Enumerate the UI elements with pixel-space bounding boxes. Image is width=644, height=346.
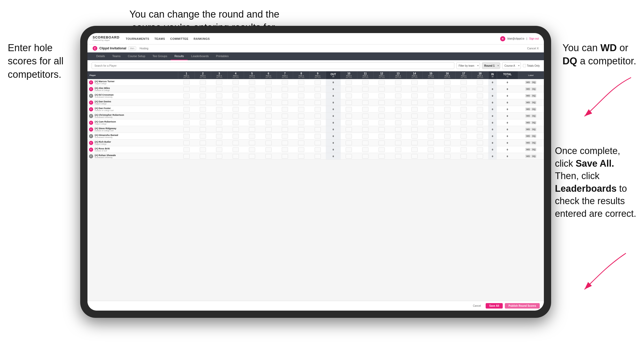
score-input-7[interactable] (282, 127, 288, 132)
score-input-9[interactable] (315, 80, 321, 85)
score-cell-14[interactable] (406, 119, 423, 126)
score-input-17[interactable] (461, 154, 467, 159)
score-input-11[interactable] (362, 134, 368, 139)
score-cell-11[interactable] (357, 79, 373, 86)
nav-rankings[interactable]: RANKINGS (194, 37, 210, 40)
score-input-5[interactable] (249, 120, 255, 125)
score-input-15[interactable] (428, 114, 434, 118)
score-input-17[interactable] (461, 100, 467, 105)
score-cell-11[interactable] (357, 113, 373, 119)
score-input-16[interactable] (444, 134, 450, 139)
score-cell-4[interactable] (227, 119, 244, 126)
score-cell-15[interactable] (423, 79, 439, 86)
wd-button[interactable]: WD (525, 107, 531, 111)
score-input-7[interactable] (282, 120, 288, 125)
score-cell-8[interactable] (293, 133, 309, 140)
score-input-6[interactable] (265, 127, 272, 132)
score-cell-14[interactable] (406, 99, 423, 106)
wd-button[interactable]: WD (525, 87, 531, 91)
score-input-1[interactable] (183, 154, 190, 159)
score-input-16[interactable] (444, 94, 450, 98)
score-input-1[interactable] (183, 80, 190, 85)
score-input-14[interactable] (411, 114, 418, 118)
score-input-9[interactable] (315, 107, 321, 112)
wd-button[interactable]: WD (525, 134, 531, 138)
score-input-2[interactable] (200, 154, 206, 159)
score-cell-14[interactable] (406, 126, 423, 133)
score-input-8[interactable] (298, 147, 304, 152)
score-input-7[interactable] (282, 94, 288, 98)
score-input-14[interactable] (411, 87, 418, 91)
score-input-2[interactable] (200, 147, 206, 152)
wd-button[interactable]: WD (525, 81, 531, 84)
score-input-11[interactable] (362, 114, 368, 118)
score-input-6[interactable] (265, 87, 272, 91)
score-cell-15[interactable] (423, 93, 439, 99)
score-input-2[interactable] (200, 100, 206, 105)
score-input-8[interactable] (298, 80, 304, 85)
score-input-12[interactable] (379, 107, 385, 112)
score-input-12[interactable] (379, 154, 385, 159)
score-input-7[interactable] (282, 154, 288, 159)
score-input-4[interactable] (233, 141, 239, 145)
score-cell-14[interactable] (406, 106, 423, 113)
score-cell-1[interactable] (178, 153, 195, 160)
score-cell-1[interactable] (178, 93, 195, 99)
score-input-16[interactable] (444, 100, 450, 105)
score-cell-8[interactable] (293, 140, 309, 146)
score-cell-2[interactable] (195, 113, 211, 119)
score-cell-5[interactable] (244, 93, 260, 99)
score-input-16[interactable] (444, 87, 450, 91)
score-cell-4[interactable] (227, 133, 244, 140)
score-cell-3[interactable] (211, 153, 227, 160)
score-table-wrapper[interactable]: Player 1PAR 4340 YDS 2PAR 5511 YDS 3PAR … (87, 71, 544, 301)
score-cell-7[interactable] (277, 93, 293, 99)
score-cell-13[interactable] (390, 79, 406, 86)
score-cell-1[interactable] (178, 119, 195, 126)
score-input-15[interactable] (428, 141, 434, 145)
score-input-6[interactable] (265, 134, 272, 139)
wd-button[interactable]: WD (525, 121, 531, 124)
score-cell-10[interactable] (341, 79, 357, 86)
score-cell-4[interactable] (227, 146, 244, 153)
score-input-9[interactable] (315, 141, 321, 145)
score-cell-5[interactable] (244, 86, 260, 93)
score-cell-5[interactable] (244, 140, 260, 146)
score-input-17[interactable] (461, 147, 467, 152)
wd-button[interactable]: WD (525, 155, 531, 158)
score-cell-8[interactable] (293, 99, 309, 106)
score-input-7[interactable] (282, 80, 288, 85)
score-input-18[interactable] (477, 87, 483, 91)
score-cell-6[interactable] (260, 99, 277, 106)
score-input-4[interactable] (233, 147, 239, 152)
score-input-2[interactable] (200, 94, 206, 98)
score-input-10[interactable] (346, 147, 352, 152)
score-input-13[interactable] (395, 107, 401, 112)
round-select[interactable]: Round 1 Round 2 Round 3 (482, 62, 500, 69)
score-cell-11[interactable] (357, 146, 373, 153)
score-cell-4[interactable] (227, 99, 244, 106)
score-cell-15[interactable] (423, 146, 439, 153)
score-cell-15[interactable] (423, 119, 439, 126)
score-cell-10[interactable] (341, 140, 357, 146)
score-cell-2[interactable] (195, 140, 211, 146)
score-input-18[interactable] (477, 147, 483, 152)
score-input-15[interactable] (428, 87, 434, 91)
score-cell-16[interactable] (439, 133, 455, 140)
score-input-2[interactable] (200, 114, 206, 118)
score-input-1[interactable] (183, 147, 190, 152)
score-cell-17[interactable] (455, 146, 472, 153)
score-cell-4[interactable] (227, 126, 244, 133)
score-cell-15[interactable] (423, 99, 439, 106)
cancel-button[interactable]: Cancel X (527, 47, 539, 50)
score-cell-18[interactable] (472, 113, 488, 119)
score-cell-3[interactable] (211, 140, 227, 146)
score-cell-13[interactable] (390, 126, 406, 133)
score-cell-14[interactable] (406, 86, 423, 93)
score-cell-3[interactable] (211, 79, 227, 86)
score-input-2[interactable] (200, 87, 206, 91)
score-cell-10[interactable] (341, 113, 357, 119)
score-input-15[interactable] (428, 127, 434, 132)
score-input-13[interactable] (395, 120, 401, 125)
score-cell-6[interactable] (260, 119, 277, 126)
